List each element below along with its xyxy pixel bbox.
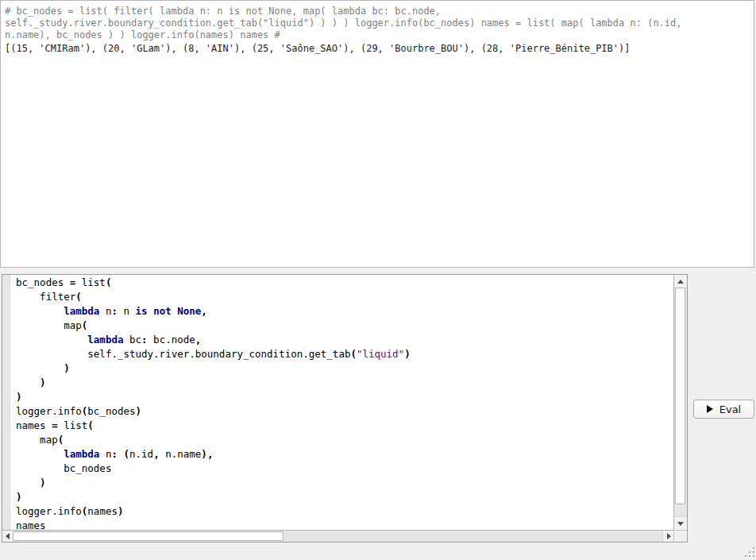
code-line: logger.info(names): [16, 504, 673, 519]
code-text-area[interactable]: bc_nodes = list( filter( lambda n: n is …: [2, 275, 673, 530]
eval-button[interactable]: Eval: [693, 400, 754, 419]
code-line: bc_nodes = list(: [16, 276, 673, 290]
code-line: lambda n: n is not None,: [16, 304, 673, 319]
code-line: logger.info(bc_nodes): [16, 404, 673, 419]
scrollbar-corner: [673, 530, 687, 542]
history-echo-line: # bc_nodes = list( filter( lambda n: n i…: [5, 6, 750, 17]
eval-button-label: Eval: [719, 404, 742, 415]
vertical-scrollbar: [673, 275, 687, 530]
code-line: ): [16, 361, 673, 376]
code-line: names = list(: [16, 419, 673, 433]
window-background: { "history": { "lines": [ { "kind": "ech…: [0, 0, 756, 560]
code-editor: bc_nodes = list( filter( lambda n: n is …: [2, 274, 688, 543]
scroll-up-icon: [677, 280, 684, 284]
resize-grip-icon[interactable]: [744, 547, 755, 558]
editor-gutter: [2, 275, 10, 530]
scroll-right-icon: [667, 533, 671, 539]
scroll-down-button[interactable]: [674, 516, 687, 530]
code-line: names: [16, 519, 673, 530]
vertical-scrollbar-thumb[interactable]: [675, 288, 685, 504]
history-result-line: [(15, 'CMIRam'), (20, 'GLam'), (8, 'AIN'…: [5, 43, 750, 55]
history-echo-line: self._study.river.boundary_condition.get…: [5, 17, 750, 29]
play-icon: [707, 405, 713, 413]
code-line: ): [16, 476, 673, 490]
code-line: self._study.river.boundary_condition.get…: [16, 347, 673, 361]
scroll-left-icon: [6, 533, 10, 539]
code-line: map(: [16, 433, 673, 447]
horizontal-scrollbar-thumb[interactable]: [13, 531, 284, 541]
code-line: lambda bc: bc.node,: [16, 333, 673, 347]
code-line: ): [16, 490, 673, 504]
scroll-left-button[interactable]: [2, 531, 14, 542]
code-line: ): [16, 376, 673, 390]
code-line: lambda n: (n.id, n.name),: [16, 447, 673, 462]
scroll-right-button[interactable]: [662, 531, 674, 542]
history-pane[interactable]: # bc_nodes = list( filter( lambda n: n i…: [0, 0, 754, 268]
history-echo-line: n.name), bc_nodes ) ) logger.info(names)…: [5, 29, 750, 41]
code-line: map(: [16, 319, 673, 333]
scroll-up-button[interactable]: [674, 275, 687, 288]
code-line: bc_nodes: [16, 462, 673, 476]
code-line: ): [16, 390, 673, 404]
horizontal-scrollbar: [2, 530, 673, 542]
code-content[interactable]: bc_nodes = list( filter( lambda n: n is …: [10, 275, 673, 530]
code-line: filter(: [16, 290, 673, 304]
scroll-down-icon: [677, 522, 684, 526]
